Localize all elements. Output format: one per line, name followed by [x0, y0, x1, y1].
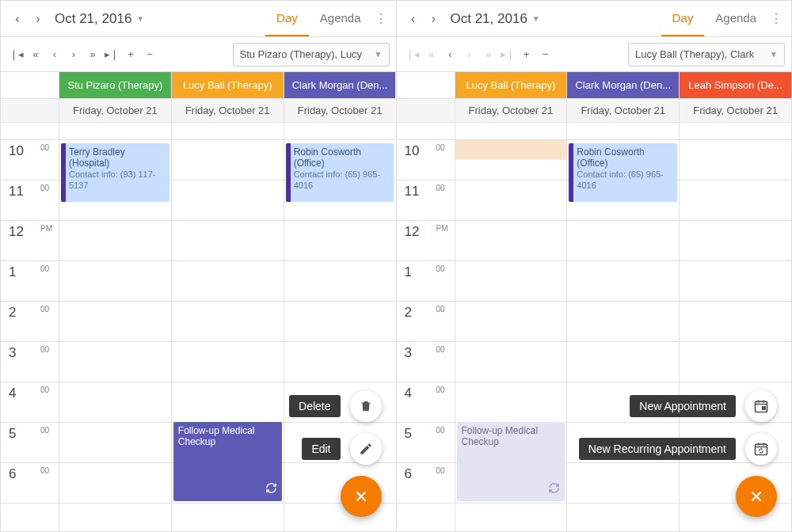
- appointment[interactable]: Robin Cosworth (Office) Contact info: (6…: [286, 143, 394, 202]
- caret-down-icon: ▼: [532, 14, 540, 23]
- resource-header: Lucy Ball (Therapy): [172, 72, 284, 99]
- nav-back-icon[interactable]: ‹: [441, 45, 460, 64]
- topbar: ‹ › Oct 21, 2016 ▼ Day Agenda ⋮: [1, 1, 396, 37]
- new-recurring-label: New Recurring Appointment: [579, 438, 736, 460]
- timeslots[interactable]: Follow-up Medical Checkup: [455, 140, 567, 531]
- menu-button[interactable]: ⋮: [372, 11, 390, 26]
- toolbar: ❘◂ « ‹ › » ▸❘ + − Lucy Ball (Therapy), C…: [397, 37, 792, 72]
- resource-select-text: Stu Pizaro (Therapy), Lucy: [240, 48, 363, 60]
- date-text: Oct 21, 2016: [55, 11, 131, 27]
- svg-rect-1: [763, 407, 765, 409]
- resource-header: Stu Pizaro (Therapy): [59, 72, 171, 99]
- prev-button[interactable]: ‹: [403, 9, 424, 29]
- caret-down-icon: ▼: [770, 50, 778, 59]
- edit-label: Edit: [302, 438, 340, 460]
- resource-column: Stu Pizaro (Therapy) Friday, October 21 …: [59, 72, 172, 531]
- nav-back-icon[interactable]: ‹: [45, 45, 64, 64]
- recurring-icon: [265, 482, 277, 496]
- new-recurring-button[interactable]: [745, 433, 777, 465]
- resource-select[interactable]: Stu Pizaro (Therapy), Lucy ▼: [233, 43, 390, 66]
- scheduler-left: ‹ › Oct 21, 2016 ▼ Day Agenda ⋮ ❘◂ « ‹ ›…: [1, 1, 397, 531]
- date-header: Friday, October 21: [59, 99, 171, 123]
- nav-fwd-icon[interactable]: ›: [64, 45, 83, 64]
- timeslots[interactable]: Terry Bradley (Hospital) Contact info: (…: [59, 140, 171, 531]
- date-text: Oct 21, 2016: [451, 11, 527, 27]
- nav-fwd-icon[interactable]: ›: [460, 45, 479, 64]
- appointment[interactable]: Follow-up Medical Checkup: [457, 422, 565, 501]
- caret-down-icon: ▼: [136, 14, 144, 23]
- date-header: Friday, October 21: [567, 99, 679, 123]
- scheduler-right: ‹ › Oct 21, 2016 ▼ Day Agenda ⋮ ❘◂ « ‹ ›…: [397, 1, 792, 531]
- tab-day[interactable]: Day: [661, 1, 705, 36]
- nav-fastfwd-icon[interactable]: »: [479, 45, 498, 64]
- fab-close-button[interactable]: [736, 476, 777, 517]
- date-header: Friday, October 21: [172, 99, 284, 123]
- date-picker[interactable]: Oct 21, 2016 ▼: [451, 11, 540, 27]
- selected-slot[interactable]: [455, 140, 567, 160]
- tab-agenda[interactable]: Agenda: [309, 1, 372, 36]
- nav-fastback-icon[interactable]: «: [26, 45, 45, 64]
- resource-select[interactable]: Lucy Ball (Therapy), Clark ▼: [628, 43, 785, 66]
- resource-header: Leah Simpson (De...: [680, 72, 791, 99]
- remove-icon[interactable]: −: [140, 45, 159, 64]
- menu-button[interactable]: ⋮: [767, 11, 785, 26]
- prev-button[interactable]: ‹: [7, 9, 28, 29]
- resource-column: Lucy Ball (Therapy) Friday, October 21 F…: [172, 72, 284, 531]
- date-picker[interactable]: Oct 21, 2016 ▼: [55, 11, 144, 27]
- delete-label: Delete: [289, 395, 340, 417]
- recurring-icon: [548, 482, 560, 496]
- appointment[interactable]: Terry Bradley (Hospital) Contact info: (…: [61, 143, 169, 202]
- new-appointment-button[interactable]: [745, 390, 777, 422]
- appointment[interactable]: Robin Cosworth (Office) Contact info: (6…: [569, 143, 677, 202]
- resource-header: Lucy Ball (Therapy): [455, 72, 567, 99]
- fab-menu: New Appointment New Recurring Appointmen…: [579, 390, 777, 517]
- time-column: 1000 1100 12PM 100 200 300 400 500 600: [1, 72, 59, 531]
- fab-close-button[interactable]: [341, 476, 382, 517]
- new-appointment-label: New Appointment: [630, 395, 736, 417]
- caret-down-icon: ▼: [375, 50, 383, 59]
- nav-last-icon[interactable]: ▸❘: [498, 45, 517, 64]
- date-header: Friday, October 21: [284, 99, 396, 123]
- nav-fastback-icon[interactable]: «: [422, 45, 441, 64]
- nav-last-icon[interactable]: ▸❘: [102, 45, 121, 64]
- tab-day[interactable]: Day: [265, 1, 309, 36]
- tab-agenda[interactable]: Agenda: [704, 1, 767, 36]
- resource-select-text: Lucy Ball (Therapy), Clark: [635, 48, 754, 60]
- topbar: ‹ › Oct 21, 2016 ▼ Day Agenda ⋮: [397, 1, 792, 37]
- edit-button[interactable]: [350, 433, 382, 465]
- add-icon[interactable]: +: [517, 45, 536, 64]
- next-button[interactable]: ›: [424, 9, 444, 29]
- appointment[interactable]: Follow-up Medical Checkup: [173, 422, 282, 501]
- nav-fastfwd-icon[interactable]: »: [83, 45, 102, 64]
- toolbar: ❘◂ « ‹ › » ▸❘ + − Stu Pizaro (Therapy), …: [1, 37, 396, 72]
- next-button[interactable]: ›: [28, 9, 48, 29]
- delete-button[interactable]: [350, 390, 382, 422]
- fab-menu: Delete Edit: [289, 390, 381, 517]
- nav-first-icon[interactable]: ❘◂: [403, 45, 422, 64]
- remove-icon[interactable]: −: [536, 45, 555, 64]
- resource-header: Clark Morgan (Den...: [284, 72, 396, 99]
- resource-header: Clark Morgan (Den...: [567, 72, 679, 99]
- resource-column: Lucy Ball (Therapy) Friday, October 21 F…: [455, 72, 568, 531]
- time-column: 1000 1100 12PM 100 200 300 400 500 600: [397, 72, 455, 531]
- add-icon[interactable]: +: [121, 45, 140, 64]
- date-header: Friday, October 21: [455, 99, 567, 123]
- nav-first-icon[interactable]: ❘◂: [7, 45, 26, 64]
- date-header: Friday, October 21: [680, 99, 791, 123]
- timeslots[interactable]: Follow-up Medical Checkup: [172, 140, 284, 531]
